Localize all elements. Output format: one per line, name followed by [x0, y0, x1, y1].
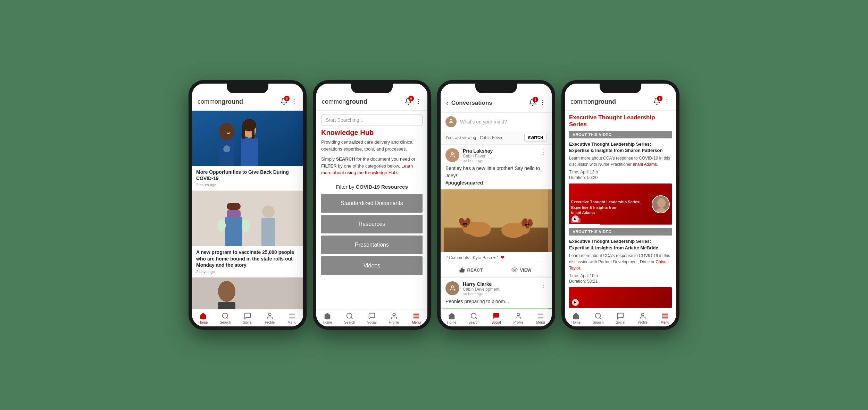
post-1-dots[interactable]: ⋮	[541, 148, 547, 156]
news-text-1: More Opportunities to Give Back During C…	[192, 166, 303, 190]
video-2-duration: Duration: 58:21	[569, 279, 672, 284]
phone2-bell-button[interactable]: 8	[404, 97, 412, 106]
video-2-details: Executive Thought Leadership Series: Exp…	[569, 238, 672, 287]
svg-rect-9	[242, 125, 245, 139]
phone3-more-icon[interactable]	[539, 99, 546, 107]
phone2-search-bar[interactable]: Start Searching...	[321, 114, 423, 126]
post-2-time: an hour ago	[463, 292, 537, 296]
nav-social-4[interactable]: Social	[609, 311, 632, 325]
filter-btn-standardized[interactable]: Standardized Documents	[321, 194, 423, 213]
post-1-info: Pria Lakshay Cabin Fever an hour ago	[463, 148, 537, 163]
phone1-more-icon[interactable]	[291, 98, 298, 106]
nav-menu-3[interactable]: Menu	[529, 311, 552, 325]
nav-label-home-3: Home	[447, 321, 457, 324]
nav-search-4[interactable]: Search	[587, 311, 609, 325]
video-1-thumbnail[interactable]: Executive Thought Leadership Series: Exp…	[569, 183, 672, 225]
nav-home-3[interactable]: Home	[441, 311, 463, 325]
react-button[interactable]: REACT	[445, 267, 496, 273]
social-icon-4	[617, 312, 624, 320]
nav-social-3[interactable]: Social	[485, 311, 507, 325]
nav-search-1[interactable]: Search	[214, 311, 236, 325]
nav-label-profile-2: Profile	[389, 321, 399, 324]
switch-button[interactable]: SWITCH	[524, 134, 547, 142]
nav-label-social-2: Social	[367, 321, 376, 324]
news-card-1[interactable]: More Opportunities to Give Back During C…	[192, 111, 303, 191]
whats-on-mind[interactable]: What's on your mind?	[441, 113, 552, 131]
phone1-bell-button[interactable]: 8	[280, 97, 288, 106]
video-1-link[interactable]: Imani Adams.	[633, 162, 658, 167]
post-1-name: Pria Lakshay	[463, 148, 537, 154]
nav-menu-1[interactable]: Menu	[281, 311, 303, 325]
viewing-text: Your are viewing - Cabin Fever	[445, 135, 502, 140]
profile-icon-2	[390, 312, 398, 320]
nav-social-2[interactable]: Social	[361, 311, 383, 325]
svg-line-25	[227, 317, 228, 319]
svg-point-26	[268, 313, 271, 316]
filter-btn-videos[interactable]: Videos	[321, 256, 423, 275]
view-button[interactable]: VIEW	[496, 267, 547, 273]
phone1-bell-badge: 8	[284, 96, 290, 101]
video-1-section-header: ABOUT THIS VIDEO	[569, 131, 672, 138]
filter-btn-presentations[interactable]: Presentations	[321, 236, 423, 254]
profile-icon-1	[266, 312, 274, 320]
nav-profile-3[interactable]: Profile	[507, 311, 529, 325]
phone1-content: More Opportunities to Give Back During C…	[192, 111, 303, 309]
back-button[interactable]: ‹	[446, 99, 449, 107]
nav-search-2[interactable]: Search	[339, 311, 361, 325]
nav-home-2[interactable]: Home	[316, 311, 339, 325]
svg-rect-5	[219, 140, 234, 166]
progress-fill-1	[569, 224, 600, 225]
video-thumb-content: Executive Thought Leadership Series: Exp…	[571, 199, 652, 223]
video-1-details: Executive Thought Leadership Series: Exp…	[569, 141, 672, 183]
svg-point-79	[657, 198, 666, 208]
post-1-image	[441, 189, 552, 252]
svg-point-0	[294, 99, 295, 100]
nav-social-1[interactable]: Social	[236, 311, 259, 325]
phone3-bell-button[interactable]: 8	[529, 99, 536, 108]
news-card-3[interactable]	[192, 277, 303, 309]
phone-4: commonground 8 Executive Thought Leaders…	[561, 80, 679, 330]
nav-home-1[interactable]: Home	[192, 311, 214, 325]
nav-menu-4[interactable]: Menu	[654, 311, 676, 325]
nav-label-search-1: Search	[220, 321, 231, 324]
post-2-header: Harry Clarke Cabin Development an hour a…	[441, 278, 552, 298]
search-icon-1	[222, 312, 229, 320]
nav-search-3[interactable]: Search	[463, 311, 485, 325]
phone3-header: ‹ Conversations 8	[441, 93, 552, 113]
news-card-2[interactable]: A new program to vaccinate 25,000 people…	[192, 191, 303, 277]
svg-point-32	[418, 103, 419, 104]
svg-rect-21	[192, 277, 303, 309]
phone4-content: Executive Thought Leadership Series ABOU…	[565, 111, 676, 309]
post-1-body: Bentley has a new little brother! Say he…	[441, 165, 552, 189]
conv-title: Conversations	[451, 100, 529, 106]
nav-label-menu-2: Menu	[412, 321, 420, 324]
home-icon-3	[448, 312, 456, 320]
nav-menu-2[interactable]: Menu	[405, 311, 427, 325]
logo-bold: ground	[222, 98, 243, 105]
search-icon-2	[346, 312, 353, 320]
phone4-bell-button[interactable]: 8	[653, 97, 661, 106]
post-2-dots[interactable]: ⋮	[541, 281, 547, 289]
video-2-thumbnail-partial[interactable]: ▶	[569, 287, 672, 308]
video-2-desc: Learn more about CCA's response to COVID…	[569, 253, 672, 271]
svg-point-19	[262, 205, 275, 218]
nav-profile-4[interactable]: Profile	[632, 311, 654, 325]
menu-icon-4	[661, 312, 669, 320]
filter-btn-resources[interactable]: Resources	[321, 215, 423, 233]
nav-home-4[interactable]: Home	[565, 311, 587, 325]
phone2-logo: commonground	[322, 98, 367, 105]
phone4-more-icon[interactable]	[663, 98, 670, 106]
nav-label-profile-3: Profile	[514, 321, 523, 324]
nav-profile-2[interactable]: Profile	[383, 311, 405, 325]
phone-1: commonground 8	[189, 80, 307, 330]
hub-filter-title: Filter by COVID-19 Resources	[321, 184, 423, 190]
svg-point-75	[667, 99, 668, 100]
nav-label-home-4: Home	[571, 321, 581, 324]
play-button-2[interactable]: ▶	[572, 299, 579, 306]
phone2-more-icon[interactable]	[415, 98, 422, 106]
phone3-bottom-nav: Home Search Social	[441, 309, 552, 326]
svg-point-60	[527, 223, 529, 225]
phone2-header: commonground 8	[316, 93, 427, 111]
nav-profile-1[interactable]: Profile	[259, 311, 281, 325]
post-2-info: Harry Clarke Cabin Development an hour a…	[463, 281, 537, 296]
